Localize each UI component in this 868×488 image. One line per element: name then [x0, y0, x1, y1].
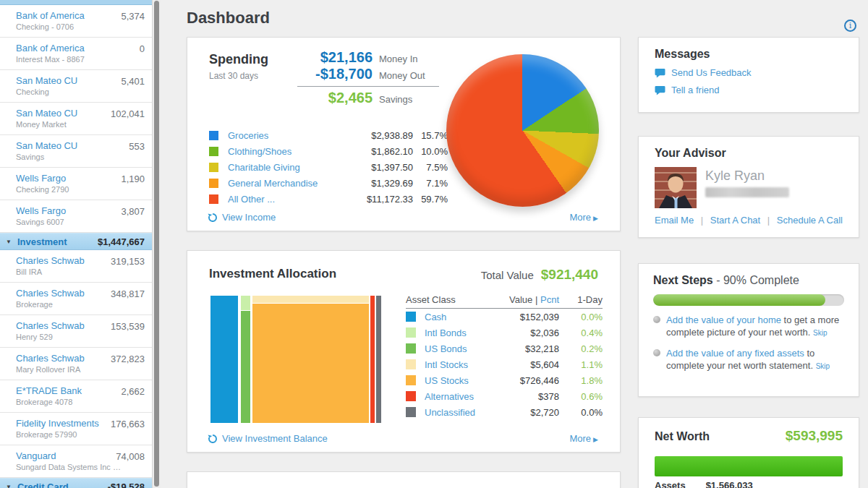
account-row[interactable]: Bank of America Checking - 0706 5,374	[0, 5, 152, 38]
sidebar-group-investment[interactable]: ▼ Investment $1,447,667	[0, 233, 152, 250]
asset-row: Cash $152,039 0.0%	[406, 309, 603, 325]
page-title: Dashboard	[187, 9, 859, 27]
mekko-column	[376, 296, 381, 423]
allocation-card: Investment Allocation Total Value$921,44…	[187, 250, 621, 453]
category-link[interactable]: Groceries	[228, 130, 357, 141]
more-label: More	[569, 212, 591, 223]
account-balance: 5,401	[121, 76, 145, 87]
chevron-down-icon: ▼	[6, 239, 12, 245]
account-row[interactable]: San Mateo CU Checking 5,401	[0, 70, 152, 103]
spending-title: Spending	[209, 52, 268, 67]
next-step-link[interactable]: Add the value of your home	[666, 314, 781, 325]
net-worth-title: Net Worth	[655, 430, 710, 443]
legend-row: Groceries $2,938.89 15.7%	[209, 127, 448, 143]
next-steps-completion: - 90% Complete	[713, 274, 799, 286]
value-pcnt-header: Value | Pcnt	[480, 294, 559, 307]
asset-class-header: Asset Class	[406, 294, 480, 307]
account-name: San Mateo CU	[16, 140, 143, 152]
view-balance-label: View Investment Balance	[222, 433, 328, 444]
asset-value: $152,039	[497, 312, 559, 322]
allocation-more-link[interactable]: More▶	[569, 433, 598, 444]
category-link[interactable]: Charitable Giving	[228, 162, 357, 173]
pcnt-header-link[interactable]: Pcnt	[540, 294, 559, 305]
circular-arrows-icon	[208, 434, 218, 444]
spending-pie[interactable]	[446, 54, 599, 207]
skip-link[interactable]: Skip	[813, 329, 827, 337]
category-link[interactable]: General Merchandise	[228, 178, 357, 189]
advisor-photo	[655, 167, 697, 208]
sidebar-group-credit-card[interactable]: ▼ Credit Card -$19,528	[0, 478, 152, 488]
category-value: $1,397.50	[357, 162, 413, 173]
spending-card: Spending Last 30 days $21,166 Money In -…	[187, 37, 621, 231]
messages-card: Messages Send Us Feedback	[638, 37, 859, 113]
account-subtitle: Brokerage 4078	[16, 397, 124, 407]
asset-class-link[interactable]: Intl Bonds	[425, 328, 497, 338]
info-icon[interactable]: i	[844, 20, 856, 32]
legend-swatch	[209, 131, 218, 140]
group-total: -$19,528	[108, 481, 145, 488]
view-income-link[interactable]: View Income	[208, 212, 276, 223]
spending-summary: $21,166 Money In -$18,700 Money Out $2,4…	[297, 49, 439, 106]
account-balance: 74,008	[116, 451, 145, 462]
mekko-segment	[252, 296, 369, 303]
scrollbar-thumb[interactable]	[154, 1, 159, 487]
asset-value: $2,720	[497, 407, 559, 418]
asset-class-link[interactable]: US Bonds	[425, 343, 497, 354]
account-balance: 1,190	[121, 174, 145, 184]
asset-class-link[interactable]: Unclassified	[425, 407, 497, 418]
message-link[interactable]: Send Us Feedback	[655, 67, 843, 78]
account-row[interactable]: Vanguard Sungard Data Systems Inc S... 7…	[0, 445, 152, 478]
account-row[interactable]: San Mateo CU Money Market 102,041	[0, 103, 152, 135]
category-link[interactable]: All Other ...	[228, 194, 357, 205]
asset-class-link[interactable]: US Stocks	[425, 375, 497, 386]
legend-swatch	[209, 179, 218, 188]
next-steps-title: Next Steps - 90% Complete	[653, 274, 844, 287]
account-subtitle: Brokerage 57990	[16, 429, 124, 440]
savings-label: Savings	[379, 94, 412, 105]
allocation-mekko[interactable]	[210, 296, 381, 423]
category-link[interactable]: Clothing/Shoes	[228, 146, 357, 157]
asset-row: Intl Stocks $5,604 1.1%	[406, 356, 603, 372]
bullet-icon	[653, 316, 660, 323]
chat-bubble-icon	[655, 85, 665, 95]
asset-class-link[interactable]: Alternatives	[425, 391, 497, 402]
asset-class-link[interactable]: Intl Stocks	[425, 359, 497, 370]
account-row[interactable]: E*TRADE Bank Brokerage 4078 2,662	[0, 380, 152, 413]
account-row[interactable]: Charles Schwab Brokerage 348,817	[0, 283, 152, 315]
account-row[interactable]: Fidelity Investments Brokerage 57990 176…	[0, 413, 152, 445]
asset-one-day-percent: 0.0%	[559, 312, 603, 322]
next-step-text: Add the value of your home to get a more…	[666, 314, 844, 339]
account-row[interactable]: Bank of America Interest Max - 8867 0	[0, 38, 152, 70]
account-row[interactable]: Charles Schwab Henry 529 153,539	[0, 315, 152, 348]
account-row[interactable]: Charles Schwab Mary Rollover IRA 372,823	[0, 348, 152, 380]
account-subtitle: Checking	[16, 87, 124, 97]
asset-one-day-percent: 0.6%	[559, 391, 603, 402]
start-a-chat-link[interactable]: Start A Chat	[710, 215, 760, 226]
account-row[interactable]: Wells Fargo Savings 6007 3,807	[0, 200, 152, 233]
account-row[interactable]: Charles Schwab Bill IRA 319,153	[0, 250, 152, 283]
net-worth-bar	[655, 456, 843, 476]
asset-class-link[interactable]: Cash	[425, 312, 497, 322]
message-link[interactable]: Tell a friend	[655, 85, 843, 95]
schedule-a-call-link[interactable]: Schedule A Call	[777, 215, 843, 226]
chat-bubble-icon	[655, 68, 665, 78]
account-row[interactable]: Wells Fargo Checking 2790 1,190	[0, 168, 152, 200]
account-balance: 2,662	[121, 386, 145, 397]
money-out-value: -$18,700	[297, 66, 373, 82]
view-investment-balance-link[interactable]: View Investment Balance	[208, 433, 328, 444]
account-subtitle: Interest Max - 8867	[16, 54, 124, 64]
one-day-header: 1-Day	[559, 294, 603, 307]
spending-subtitle: Last 30 days	[209, 71, 258, 81]
spending-more-link[interactable]: More▶	[569, 212, 598, 223]
message-link-label: Tell a friend	[671, 85, 719, 95]
skip-link[interactable]: Skip	[816, 362, 830, 370]
sidebar-scrollbar[interactable]	[152, 0, 161, 488]
email-me-link[interactable]: Email Me	[655, 215, 694, 226]
account-subtitle: Mary Rollover IRA	[16, 364, 124, 374]
legend-row: General Merchandise $1,329.69 7.1%	[209, 175, 448, 191]
allocation-table: Asset Class Value | Pcnt 1-Day	[406, 294, 603, 420]
asset-one-day-percent: 1.1%	[559, 359, 603, 370]
account-row[interactable]: San Mateo CU Savings 553	[0, 135, 152, 168]
next-step-item: Add the value of your home to get a more…	[653, 314, 844, 339]
next-step-link[interactable]: Add the value of any fixed assets	[666, 348, 804, 359]
